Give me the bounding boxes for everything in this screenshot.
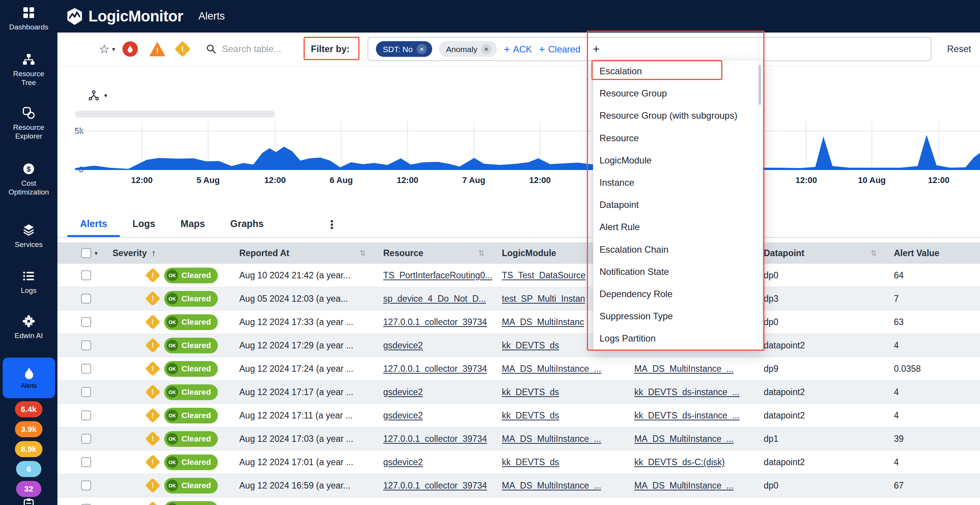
filter-dropdown-item[interactable]: Escalation Chain: [593, 239, 763, 261]
resource-link[interactable]: gsdevice2: [383, 340, 423, 351]
exclamation-icon: !: [156, 45, 159, 56]
close-icon[interactable]: ✕: [416, 44, 427, 54]
row-checkbox[interactable]: [81, 317, 91, 327]
resource-link[interactable]: 127.0.0.1_collector_39734: [383, 364, 487, 374]
reports-icon[interactable]: [22, 498, 36, 505]
warning-diamond-icon: !: [145, 501, 160, 505]
tab-graphs[interactable]: Graphs: [218, 212, 277, 237]
sidebar-item-resource-tree[interactable]: Resource Tree: [0, 53, 57, 87]
sidebar-item-dashboards[interactable]: Dashboards: [0, 6, 57, 31]
alert-count-badge[interactable]: 32: [16, 481, 41, 497]
logicmodule-link[interactable]: kk_DEVTS_ds: [502, 410, 559, 421]
sidebar-item-resource-explorer[interactable]: Resource Explorer: [0, 106, 57, 141]
column-header-severity[interactable]: Severity ↑: [107, 248, 235, 258]
cleared-status-badge: OK Cleared: [164, 454, 218, 470]
filter-dropdown-item[interactable]: Suppression Type: [593, 305, 763, 327]
column-header-alert-value[interactable]: Alert Value: [890, 248, 980, 258]
table-row: ! OK Cleared Aug 12 2024 17:33 (a year .…: [57, 311, 980, 334]
column-header-resource[interactable]: Resource ⇅: [379, 248, 498, 258]
filter-dropdown-item[interactable]: Notification State: [593, 261, 763, 283]
instance-link[interactable]: kk_DEVTS_ds-instance_...: [634, 387, 740, 397]
search-icon: [206, 44, 217, 54]
alert-count-badge[interactable]: 6.4k: [15, 401, 43, 417]
resource-link[interactable]: 127.0.0.1_collector_39734: [383, 434, 487, 444]
add-filter-dropdown: Escalation Resource Group Resource Group…: [593, 60, 763, 350]
filter-dropdown-item[interactable]: Logs Partition: [593, 327, 763, 350]
error-severity-filter[interactable]: !: [149, 42, 165, 56]
logicmodule-link[interactable]: MA_DS_MultiInstance_...: [502, 434, 601, 444]
ack-filter-button[interactable]: + ACK: [504, 43, 532, 55]
filter-dropdown-item[interactable]: Alert Rule: [593, 216, 763, 238]
logicmodule-link[interactable]: test_SP_Multi_Instan: [502, 294, 585, 304]
add-filter-button[interactable]: +: [593, 42, 600, 56]
resource-link[interactable]: gsdevice2: [383, 387, 423, 397]
resource-link[interactable]: TS_PortInterfaceRouting0...: [383, 270, 492, 281]
filter-dropdown-item[interactable]: Escalation: [593, 60, 763, 82]
resource-link[interactable]: 127.0.0.1_collector_39734: [383, 480, 487, 491]
tab-maps[interactable]: Maps: [168, 212, 218, 237]
row-checkbox[interactable]: [81, 294, 91, 304]
warning-severity-filter[interactable]: !: [175, 41, 191, 57]
row-checkbox[interactable]: [81, 410, 91, 420]
reported-at-cell: Aug 12 2024 17:03 (a year ...: [235, 434, 379, 444]
reset-filters-button[interactable]: Reset: [947, 44, 971, 54]
datapoint-cell: datapoint2: [760, 340, 890, 351]
logicmodule-link[interactable]: MA_DS_MultiInstance_...: [502, 364, 601, 374]
close-icon[interactable]: ✕: [481, 44, 492, 54]
row-checkbox[interactable]: [81, 387, 91, 397]
logicmodule-link[interactable]: kk_DEVTS_ds: [502, 387, 559, 397]
cleared-filter-button[interactable]: + Cleared: [539, 43, 580, 55]
resource-link[interactable]: sp_device_4_Do_Not_D...: [383, 294, 486, 304]
critical-severity-filter[interactable]: [122, 41, 138, 57]
sidebar-item-edwin-ai[interactable]: Edwin AI: [0, 315, 57, 340]
search-input[interactable]: [222, 44, 310, 54]
filter-chip-sdt[interactable]: SDT: No ✕: [376, 41, 432, 57]
tab-alerts[interactable]: Alerts: [67, 212, 120, 237]
logicmodule-link[interactable]: MA_DS_MultiInstanc: [502, 317, 584, 327]
row-checkbox[interactable]: [81, 480, 91, 490]
kebab-menu-icon[interactable]: ⋮: [326, 218, 338, 231]
logicmodule-link[interactable]: TS_Test_DataSource: [502, 270, 586, 281]
tab-logs[interactable]: Logs: [120, 212, 168, 237]
select-all-checkbox[interactable]: [81, 248, 91, 258]
instance-link[interactable]: MA_DS_MultiInstance_...: [634, 480, 734, 491]
filter-dropdown-item[interactable]: LogicModule: [593, 149, 763, 172]
logicmonitor-logo[interactable]: LogicMonitor: [65, 7, 183, 26]
filter-chip-anomaly[interactable]: Anomaly ✕: [439, 41, 497, 57]
logicmodule-link[interactable]: kk_DEVTS_ds: [502, 340, 559, 351]
dropdown-scrollbar[interactable]: [758, 65, 761, 105]
table-row: ! OK Cleared Aug 12 2024 17:03 (a year .…: [57, 427, 980, 451]
resource-link[interactable]: gsdevice2: [383, 410, 423, 421]
sidebar-item-logs[interactable]: Logs: [0, 270, 57, 295]
alert-count-badge[interactable]: 6: [16, 461, 41, 477]
filter-dropdown-item[interactable]: Datapoint: [593, 194, 763, 216]
instance-link[interactable]: kk_DEVTS_ds-C:(disk): [634, 457, 725, 467]
sidebar-item-cost-optimization[interactable]: $ Cost Optimization: [0, 162, 57, 196]
table-row: ! OK Cleared Aug 12 2024 17:01 (a year .…: [57, 451, 980, 474]
reported-at-cell: Aug 12 2024 17:33 (a year ...: [235, 317, 379, 327]
instance-link[interactable]: MA_DS_MultiInstance_...: [634, 364, 734, 374]
alert-count-badge[interactable]: 3.9k: [15, 421, 43, 437]
resource-link[interactable]: 127.0.0.1_collector_39734: [383, 317, 487, 327]
instance-link[interactable]: MA_DS_MultiInstance_...: [634, 434, 734, 444]
logicmodule-link[interactable]: MA_DS_MultiInstance_...: [502, 480, 601, 491]
alert-count-badge[interactable]: 8.9k: [15, 441, 43, 457]
filter-dropdown-item[interactable]: Resource Group: [593, 82, 763, 105]
row-checkbox[interactable]: [81, 434, 91, 444]
filter-dropdown-item[interactable]: Resource Group (with subgroups): [593, 105, 763, 127]
row-checkbox[interactable]: [81, 364, 91, 374]
filter-dropdown-item[interactable]: Dependency Role: [593, 283, 763, 305]
sidebar-item-services[interactable]: Services: [0, 224, 57, 249]
row-checkbox[interactable]: [81, 340, 91, 350]
row-checkbox[interactable]: [81, 270, 91, 280]
column-header-reported-at[interactable]: Reported At ⇅: [235, 248, 379, 258]
column-header-datapoint[interactable]: Datapoint ⇅: [760, 248, 890, 258]
saved-views-button[interactable]: ☆ ▾: [99, 42, 115, 56]
sidebar-item-alerts-active[interactable]: Alerts: [3, 358, 55, 398]
filter-dropdown-item[interactable]: Resource: [593, 127, 763, 149]
logicmodule-link[interactable]: kk_DEVTS_ds: [502, 457, 559, 467]
row-checkbox[interactable]: [81, 457, 91, 467]
filter-dropdown-item[interactable]: Instance: [593, 172, 763, 194]
instance-link[interactable]: kk_DEVTS_ds-instance_...: [634, 410, 740, 421]
resource-link[interactable]: gsdevice2: [383, 457, 423, 467]
